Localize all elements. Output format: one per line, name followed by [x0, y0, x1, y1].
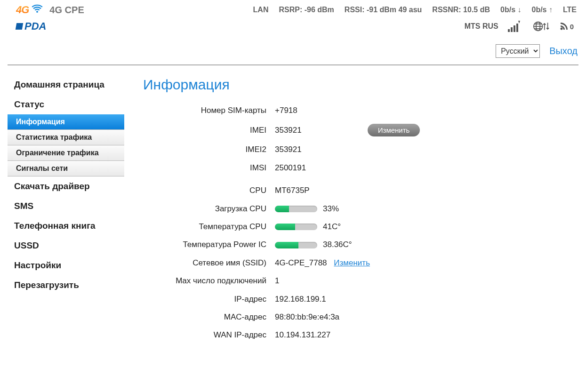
cpu-load-fill [275, 206, 289, 212]
label-max-conn: Max число подключений [143, 276, 275, 286]
label-cpu-load: Загрузка CPU [143, 204, 275, 214]
stat-rssnr: RSSNR: 10.5 dB [432, 6, 490, 14]
nav-sms[interactable]: SMS [8, 196, 124, 216]
stat-lan: LAN [253, 6, 269, 14]
cpu-temp-fill [275, 224, 295, 230]
nav-reboot[interactable]: Перезагрузить [8, 275, 124, 295]
device-name: 4G CPE [49, 5, 84, 16]
value-cpu-temp: 41C° [323, 222, 341, 232]
power-ic-temp-fill [275, 242, 298, 248]
value-ssid: 4G-CPE_7788 [275, 258, 327, 267]
wifi-clients-count: 0 [570, 23, 574, 31]
value-mac: 98:80:bb:9e:e4:3a [275, 312, 339, 322]
value-imei2: 353921 [275, 145, 302, 154]
header-icon-bar: PDA MTS RUS 0 [0, 18, 586, 36]
label-mac: MAC-адрес [143, 312, 275, 322]
label-cpu: CPU [143, 186, 275, 195]
value-imsi: 2500191 [275, 163, 306, 173]
value-cpu: MT6735P [275, 186, 310, 195]
label-cpu-temp: Температура CPU [143, 222, 275, 232]
language-select[interactable]: Русский [496, 44, 540, 58]
stat-down: 0b/s ↓ [500, 6, 521, 14]
svg-rect-1 [511, 27, 513, 32]
sidebar: Домашняя страница Статус Информация Стат… [8, 75, 124, 349]
value-sim: +7918 [275, 106, 297, 115]
nav-settings[interactable]: Настройки [8, 256, 124, 275]
header-actions: Русский Выход [0, 36, 586, 64]
main-content: Информация Номер SIM-карты +7918 IMEI 35… [124, 75, 578, 349]
value-power-ic-temp: 38.36C° [323, 240, 352, 249]
power-ic-temp-bar [275, 242, 317, 248]
label-wan-ip: WAN IP-адрес [143, 330, 275, 340]
value-max-conn: 1 [275, 276, 279, 286]
svg-point-9 [560, 28, 562, 30]
nav-ussd[interactable]: USSD [8, 236, 124, 256]
subnav-signals[interactable]: Сигналы сети [8, 161, 124, 176]
signal-bars-icon [508, 20, 524, 33]
stat-rssi: RSSI: -91 dBm 49 asu [345, 6, 422, 14]
svg-rect-3 [516, 24, 518, 32]
label-ssid: Сетевое имя (SSID) [143, 258, 275, 268]
carrier-name: MTS RUS [465, 22, 498, 31]
stat-up: 0b/s ↑ [532, 6, 553, 14]
change-ssid-link[interactable]: Изменить [334, 258, 370, 267]
subnav-traffic-limit[interactable]: Ограничение трафика [8, 145, 124, 161]
label-imei2: IMEI2 [143, 145, 275, 154]
change-imei-button[interactable]: Изменить [368, 124, 420, 136]
nav-status[interactable]: Статус [8, 95, 124, 114]
nav-driver[interactable]: Скачать драйвер [8, 176, 124, 196]
stat-mode: LTE [563, 6, 577, 14]
svg-rect-0 [508, 29, 510, 32]
nav-phonebook[interactable]: Телефонная книга [8, 216, 124, 236]
logo-4g-icon: 4G [16, 4, 29, 16]
pda-logo: PDA [16, 20, 46, 32]
header-status-bar: 4G 4G CPE LAN RSRP: -96 dBm RSSI: -91 dB… [0, 0, 586, 18]
svg-rect-2 [514, 25, 515, 32]
value-cpu-load: 33% [323, 204, 339, 214]
label-imsi: IMSI [143, 163, 275, 173]
wifi-icon [32, 4, 43, 16]
cpu-temp-bar [275, 224, 317, 230]
label-ip: IP-адрес [143, 295, 275, 304]
wifi-clients-icon: 0 [559, 20, 574, 33]
label-imei: IMEI [143, 126, 275, 135]
label-power-ic-temp: Температура Power IC [143, 240, 275, 249]
value-imei: 353921 [275, 126, 302, 135]
stat-rsrp: RSRP: -96 dBm [279, 6, 334, 14]
nav-home[interactable]: Домашняя страница [8, 75, 124, 95]
logout-link[interactable]: Выход [549, 46, 578, 56]
value-ip: 192.168.199.1 [275, 295, 326, 304]
cpu-load-bar [275, 206, 317, 212]
subnav-traffic-stats[interactable]: Статистика трафика [8, 130, 124, 145]
label-sim: Номер SIM-карты [143, 106, 275, 115]
value-wan-ip: 10.194.131.227 [275, 330, 330, 340]
subnav-information[interactable]: Информация [8, 114, 124, 130]
globe-updown-icon [533, 20, 549, 33]
page-title: Информация [143, 77, 578, 93]
